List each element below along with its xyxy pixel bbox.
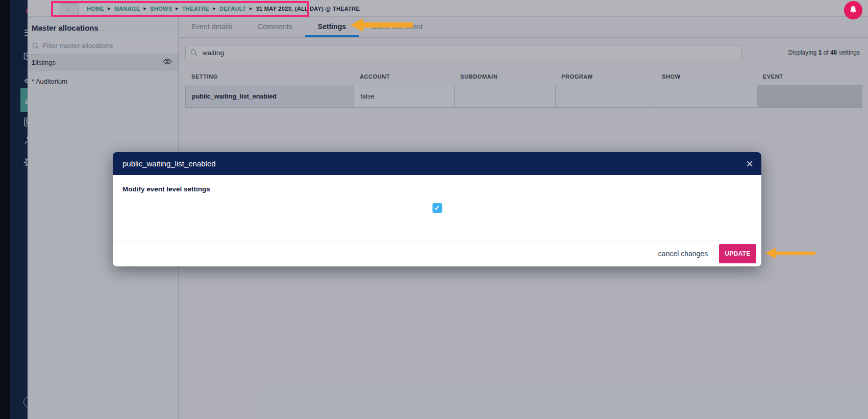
modal-footer: cancel changes UPDATE xyxy=(113,240,761,266)
close-icon[interactable]: × xyxy=(746,158,753,170)
checkmark-icon: ✓ xyxy=(434,204,440,212)
update-button[interactable]: UPDATE xyxy=(719,244,756,263)
modify-event-level-label: Modify event level settings xyxy=(122,185,210,193)
setting-edit-modal: public_waiting_list_enabled × Modify eve… xyxy=(113,152,761,266)
modal-title: public_waiting_list_enabled xyxy=(122,159,216,168)
event-level-checkbox[interactable]: ✓ xyxy=(432,203,442,213)
modal-header: public_waiting_list_enabled × xyxy=(113,152,761,175)
notifications-button[interactable] xyxy=(844,1,862,19)
modal-body: Modify event level settings ✓ xyxy=(113,175,761,240)
cancel-changes-link[interactable]: cancel changes xyxy=(658,250,708,258)
bell-icon xyxy=(848,5,858,15)
